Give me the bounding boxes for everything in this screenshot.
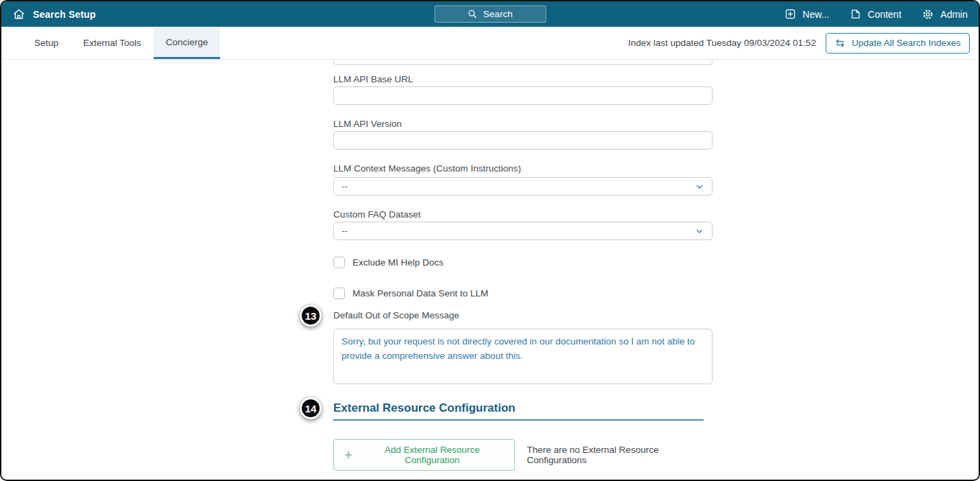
custom-faq-dataset-value: -- (342, 226, 348, 236)
document-icon (850, 8, 861, 20)
new-menu-label: New... (802, 9, 829, 20)
content-menu-button[interactable]: Content (850, 8, 901, 20)
update-all-search-indexes-button[interactable]: Update All Search Indexes (826, 33, 970, 54)
header-left[interactable]: Search Setup (12, 8, 96, 21)
exclude-mi-help-docs-label: Exclude MI Help Docs (352, 257, 444, 268)
llm-api-version-field[interactable] (333, 131, 713, 150)
llm-context-messages-select[interactable]: -- (333, 177, 713, 196)
chevron-down-icon (695, 226, 704, 236)
out-of-scope-message-label: Default Out of Scope Message (333, 310, 713, 320)
tab-setup[interactable]: Setup (22, 27, 71, 59)
step-badge-13: 13 (300, 305, 322, 327)
tab-setup-label: Setup (34, 38, 58, 48)
add-external-resource-configuration-button[interactable]: Add External Resource Configuration (333, 439, 515, 471)
llm-api-base-url-label: LLM API Base URL (333, 74, 713, 84)
partially-visible-input[interactable] (333, 60, 713, 65)
external-resource-configuration-heading: External Resource Configuration (333, 401, 704, 421)
global-search-button[interactable]: Search (434, 5, 546, 23)
app-window: Search Setup Search New. (0, 0, 980, 481)
out-of-scope-message-field[interactable]: Sorry, but your request is not directly … (333, 329, 713, 384)
plus-square-icon (785, 8, 796, 20)
external-resource-row: Add External Resource Configuration Ther… (333, 439, 713, 471)
sync-arrows-icon (835, 38, 846, 49)
tab-external-tools[interactable]: External Tools (71, 27, 154, 59)
chevron-down-icon (695, 182, 704, 191)
plus-icon (344, 450, 353, 460)
custom-faq-dataset-label: Custom FAQ Dataset (333, 209, 713, 220)
gear-icon (922, 8, 934, 21)
index-status-text: Index last updated Tuesday 09/03/2024 01… (628, 38, 816, 48)
tab-bar: Setup External Tools Concierge Index las… (1, 27, 979, 60)
content-menu-label: Content (868, 9, 901, 20)
admin-menu-label: Admin (940, 9, 968, 20)
exclude-mi-help-docs-checkbox[interactable] (333, 257, 345, 268)
mask-personal-data-checkbox[interactable] (333, 288, 345, 299)
tabbar-right: Index last updated Tuesday 09/03/2024 01… (628, 27, 979, 59)
mask-personal-data-label: Mask Personal Data Sent to LLM (352, 288, 488, 298)
new-menu-button[interactable]: New... (785, 8, 829, 20)
step-badge-14: 14 (300, 397, 322, 419)
home-icon (12, 8, 25, 21)
top-header-bar: Search Setup Search New. (1, 1, 979, 27)
page-title: Search Setup (33, 9, 96, 20)
no-configurations-message: There are no External Resource Configura… (527, 445, 713, 465)
search-label: Search (483, 9, 513, 19)
admin-menu-button[interactable]: Admin (922, 8, 968, 21)
tab-external-tools-label: External Tools (83, 38, 141, 48)
llm-api-base-url-field[interactable] (333, 86, 713, 105)
concierge-settings-form: 13 14 LLM API Base URL LLM API Version L… (333, 60, 713, 471)
llm-context-messages-value: -- (342, 181, 348, 191)
exclude-mi-help-docs-row: Exclude MI Help Docs (333, 257, 713, 268)
tab-concierge-label: Concierge (166, 37, 208, 47)
main-content: 13 14 LLM API Base URL LLM API Version L… (1, 60, 979, 479)
header-actions: New... Content Admin (785, 8, 968, 21)
update-button-label: Update All Search Indexes (852, 38, 961, 48)
add-button-label: Add External Resource Configuration (359, 445, 505, 465)
custom-faq-dataset-select[interactable]: -- (333, 222, 713, 240)
mask-personal-data-row: Mask Personal Data Sent to LLM (333, 288, 713, 299)
tab-concierge[interactable]: Concierge (154, 27, 221, 59)
search-icon (468, 9, 478, 19)
llm-api-version-label: LLM API Version (333, 119, 713, 129)
llm-context-messages-label: LLM Context Messages (Custom Instruction… (333, 163, 713, 174)
